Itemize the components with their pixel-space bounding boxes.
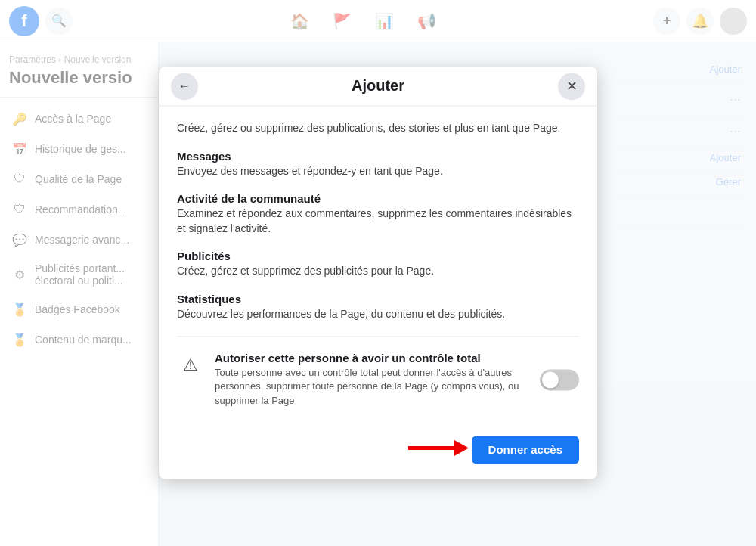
arrow-indicator (408, 437, 469, 460)
warning-triangle-icon: ⚠ (177, 352, 204, 379)
submit-button[interactable]: Donner accès (472, 436, 579, 464)
control-warning-desc: Toute personne avec un contrôle total pe… (215, 366, 529, 409)
control-warning-row: ⚠ Autoriser cette personne à avoir un co… (177, 349, 579, 412)
separator (177, 336, 579, 337)
permission-publicites: Publicités Créez, gérez et supprimez des… (177, 250, 579, 280)
back-button[interactable]: ← (171, 73, 198, 100)
modal-header: ← Ajouter ✕ (159, 67, 597, 106)
toggle-knob (542, 372, 559, 389)
permission-activite-title: Activité de la communauté (177, 193, 579, 206)
permission-messages-desc: Envoyez des messages et répondez-y en ta… (177, 164, 579, 179)
permission-messages: Messages Envoyez des messages et réponde… (177, 150, 579, 179)
control-toggle[interactable] (540, 370, 579, 391)
arrow-svg (408, 437, 469, 460)
modal-body: Créez, gérez ou supprimez des publicatio… (159, 106, 597, 427)
permission-messages-title: Messages (177, 150, 579, 163)
svg-marker-1 (454, 440, 469, 457)
control-warning-text: Autoriser cette personne à avoir un cont… (215, 352, 529, 409)
intro-text: Créez, gérez ou supprimez des publicatio… (177, 121, 579, 136)
permission-activite-desc: Examinez et répondez aux commentaires, s… (177, 207, 579, 237)
permission-publicites-desc: Créez, gérez et supprimez des publicités… (177, 265, 579, 280)
control-warning-title: Autoriser cette personne à avoir un cont… (215, 352, 529, 365)
permission-statistiques: Statistiques Découvrez les performances … (177, 293, 579, 322)
add-modal: ← Ajouter ✕ Créez, gérez ou supprimez de… (159, 67, 597, 479)
permission-activite: Activité de la communauté Examinez et ré… (177, 193, 579, 237)
close-button[interactable]: ✕ (558, 73, 585, 100)
permission-statistiques-title: Statistiques (177, 293, 579, 306)
permission-publicites-title: Publicités (177, 250, 579, 263)
modal-footer: Donner accès (159, 427, 597, 479)
intro-permission: Créez, gérez ou supprimez des publicatio… (177, 121, 579, 136)
permission-statistiques-desc: Découvrez les performances de la Page, d… (177, 307, 579, 322)
modal-title: Ajouter (352, 77, 404, 95)
